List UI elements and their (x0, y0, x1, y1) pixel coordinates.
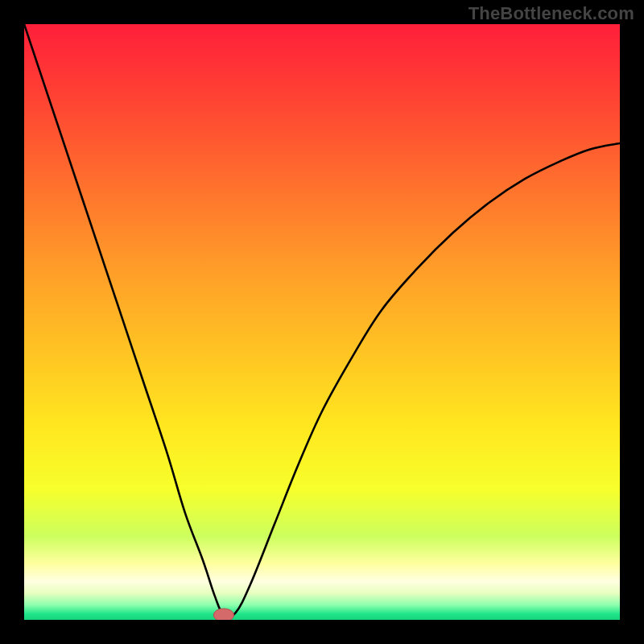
chart-svg (24, 24, 620, 620)
watermark-text: TheBottleneck.com (469, 3, 634, 24)
minimum-marker (213, 609, 233, 620)
plot-area (24, 24, 620, 620)
gradient-background (24, 24, 620, 620)
chart-frame: TheBottleneck.com (0, 0, 644, 644)
